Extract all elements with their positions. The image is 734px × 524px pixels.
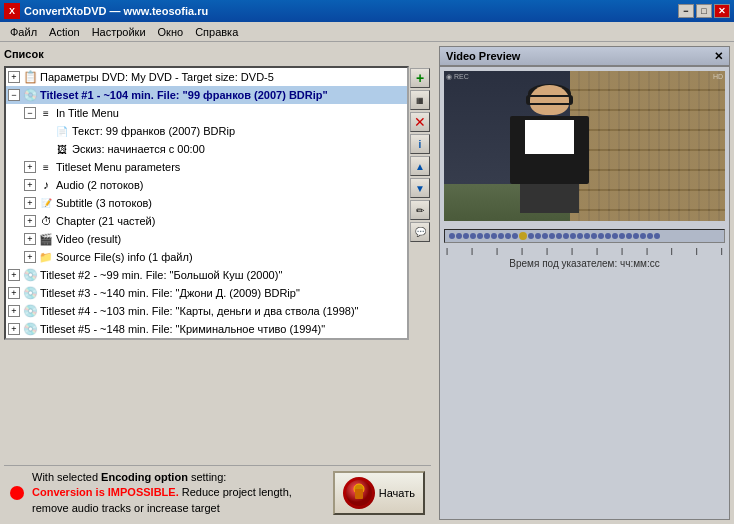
menu-bar: Файл Action Настройки Окно Справка xyxy=(0,22,734,42)
menu-settings[interactable]: Настройки xyxy=(86,24,152,40)
down-button[interactable]: ▼ xyxy=(410,178,430,198)
panel-title: Список xyxy=(4,46,431,62)
menu-file[interactable]: Файл xyxy=(4,24,43,40)
tick: | xyxy=(496,246,498,255)
tick-marks: | | | | | | | | | | | | xyxy=(444,246,725,255)
tree-text: Source File(s) info (1 файл) xyxy=(56,251,193,263)
timeline-dot-marker xyxy=(519,232,527,240)
start-icon xyxy=(343,477,375,509)
tick: | xyxy=(721,246,723,255)
tree-item[interactable]: + 💿 Titleset #5 - ~148 min. File: "Крими… xyxy=(6,320,407,338)
timeline-track[interactable] xyxy=(444,229,725,243)
expand-btn[interactable]: + xyxy=(8,269,20,281)
up-button[interactable]: ▲ xyxy=(410,156,430,176)
timeline-dot xyxy=(484,233,490,239)
minimize-button[interactable]: − xyxy=(678,4,694,18)
tick: | xyxy=(671,246,673,255)
expand-btn[interactable]: + xyxy=(24,215,36,227)
timeline-dot xyxy=(556,233,562,239)
start-button[interactable]: Начать xyxy=(333,471,425,515)
menu-help[interactable]: Справка xyxy=(189,24,244,40)
tree-item[interactable]: 📄 Текст: 99 франков (2007) BDRip xyxy=(6,122,407,140)
tree-item[interactable]: − ≡ In Title Menu xyxy=(6,104,407,122)
tree-item[interactable]: + 📝 Subtitle (3 потоков) xyxy=(6,194,407,212)
remove-button[interactable]: ✕ xyxy=(410,112,430,132)
expand-btn[interactable]: + xyxy=(24,251,36,263)
expand-btn[interactable]: + xyxy=(24,179,36,191)
timeline-dot xyxy=(577,233,583,239)
expand-btn[interactable]: + xyxy=(24,197,36,209)
video-preview-close[interactable]: ✕ xyxy=(714,50,723,63)
edit-button[interactable]: ✏ xyxy=(410,200,430,220)
tree-icon-chapter: ⏱ xyxy=(38,213,54,229)
expand-btn[interactable]: + xyxy=(8,305,20,317)
timeline-dot xyxy=(584,233,590,239)
tree-item[interactable]: + ♪ Audio (2 потоков) xyxy=(6,176,407,194)
info-button[interactable]: i xyxy=(410,134,430,154)
timeline-dot xyxy=(633,233,639,239)
expand-btn[interactable]: + xyxy=(24,161,36,173)
subtitle-button[interactable]: 💬 xyxy=(410,222,430,242)
timeline-dot xyxy=(619,233,625,239)
tree-icon-video: 🎬 xyxy=(38,231,54,247)
tree-item[interactable]: + 💿 Titleset #4 - ~103 min. File: "Карты… xyxy=(6,302,407,320)
tick: | xyxy=(521,246,523,255)
expand-btn[interactable]: + xyxy=(8,71,20,83)
tree-text: Параметры DVD: My DVD - Target size: DVD… xyxy=(40,71,274,83)
grid-button[interactable]: ▦ xyxy=(410,90,430,110)
tree-text: Текст: 99 франков (2007) BDRip xyxy=(72,125,235,137)
tree-item[interactable]: + 💿 Titleset #2 - ~99 min. File: "Большо… xyxy=(6,266,407,284)
timeline-dot xyxy=(647,233,653,239)
tree-icon-params: 📋 xyxy=(22,69,38,85)
menu-action[interactable]: Action xyxy=(43,24,86,40)
timeline-dots xyxy=(445,232,724,240)
close-button[interactable]: ✕ xyxy=(714,4,730,18)
tree-item[interactable]: + 📁 Source File(s) info (1 файл) xyxy=(6,248,407,266)
tree-icon-dvd5: 💿 xyxy=(22,321,38,337)
encoding-option-label: Encoding option xyxy=(101,471,188,483)
person-legs xyxy=(520,184,579,214)
svg-rect-2 xyxy=(355,489,363,499)
impossible-label: is IMPOSSIBLE. xyxy=(93,486,179,498)
tree-text: Titleset #3 - ~140 min. File: "Джони Д. … xyxy=(40,287,300,299)
expand-btn[interactable]: + xyxy=(24,233,36,245)
timeline-dot xyxy=(654,233,660,239)
tick: | xyxy=(696,246,698,255)
expand-btn[interactable]: + xyxy=(8,287,20,299)
right-panel: Video Preview ✕ xyxy=(435,42,734,524)
add-button[interactable]: + xyxy=(410,68,430,88)
person-shirt xyxy=(525,120,574,154)
video-preview-title: Video Preview xyxy=(446,50,520,62)
timeline-dot xyxy=(542,233,548,239)
bottom-bar: With selected Encoding option setting: C… xyxy=(4,465,431,520)
tree-item[interactable]: + 🎬 Video (result) xyxy=(6,230,407,248)
tree-item[interactable]: + ⏱ Chapter (21 частей) xyxy=(6,212,407,230)
tree-item-titleset1[interactable]: − 💿 Titleset #1 - ~104 min. File: "99 фр… xyxy=(6,86,407,104)
tree-item[interactable]: + 💿 Titleset #3 - ~140 min. File: "Джони… xyxy=(6,284,407,302)
conversion-label: Conversion xyxy=(32,486,93,498)
tree-icon-text: 📄 xyxy=(54,123,70,139)
tree-item[interactable]: + 📋 Параметры DVD: My DVD - Target size:… xyxy=(6,68,407,86)
window-controls: − □ ✕ xyxy=(678,4,730,18)
timeline-dot xyxy=(498,233,504,239)
title-bar: X ConvertXtoDVD — www.teosofia.ru − □ ✕ xyxy=(0,0,734,22)
left-panel: Список + 📋 Параметры DVD: My DVD - Targe… xyxy=(0,42,435,524)
timeline-dot xyxy=(598,233,604,239)
tree-icon-thumbnail: 🖼 xyxy=(54,141,70,157)
tree-icon-audio: ♪ xyxy=(38,177,54,193)
maximize-button[interactable]: □ xyxy=(696,4,712,18)
expand-btn[interactable]: + xyxy=(8,323,20,335)
expand-btn[interactable]: − xyxy=(24,107,36,119)
expand-btn[interactable]: − xyxy=(8,89,20,101)
tree-item[interactable]: + ≡ Titleset Menu parameters xyxy=(6,158,407,176)
tree-container[interactable]: + 📋 Параметры DVD: My DVD - Target size:… xyxy=(4,66,409,340)
menu-window[interactable]: Окно xyxy=(152,24,190,40)
tick: | xyxy=(571,246,573,255)
timeline-dot xyxy=(570,233,576,239)
tree-icon-menu: ≡ xyxy=(38,105,54,121)
tree-item[interactable]: 🖼 Эскиз: начинается с 00:00 xyxy=(6,140,407,158)
encoding-message: With selected Encoding option setting: C… xyxy=(32,470,325,516)
tree-icon-dvd4: 💿 xyxy=(22,303,38,319)
app-icon: X xyxy=(4,3,20,19)
tree-text: Chapter (21 частей) xyxy=(56,215,155,227)
